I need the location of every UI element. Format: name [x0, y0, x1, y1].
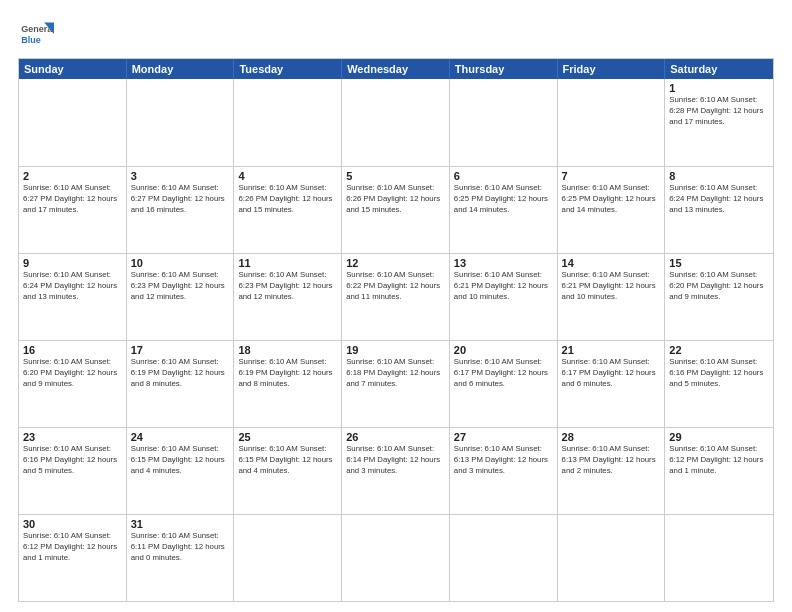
- day-number: 16: [23, 344, 122, 356]
- day-30: 30Sunrise: 6:10 AM Sunset: 6:12 PM Dayli…: [19, 515, 127, 601]
- header-day-saturday: Saturday: [665, 59, 773, 79]
- day-info: Sunrise: 6:10 AM Sunset: 6:25 PM Dayligh…: [562, 183, 661, 216]
- day-16: 16Sunrise: 6:10 AM Sunset: 6:20 PM Dayli…: [19, 341, 127, 427]
- day-number: 29: [669, 431, 769, 443]
- day-info: Sunrise: 6:10 AM Sunset: 6:28 PM Dayligh…: [669, 95, 769, 128]
- day-9: 9Sunrise: 6:10 AM Sunset: 6:24 PM Daylig…: [19, 254, 127, 340]
- day-info: Sunrise: 6:10 AM Sunset: 6:13 PM Dayligh…: [562, 444, 661, 477]
- day-number: 8: [669, 170, 769, 182]
- day-number: 12: [346, 257, 445, 269]
- day-25: 25Sunrise: 6:10 AM Sunset: 6:15 PM Dayli…: [234, 428, 342, 514]
- day-11: 11Sunrise: 6:10 AM Sunset: 6:23 PM Dayli…: [234, 254, 342, 340]
- empty-cell: [342, 79, 450, 166]
- day-2: 2Sunrise: 6:10 AM Sunset: 6:27 PM Daylig…: [19, 167, 127, 253]
- header-day-wednesday: Wednesday: [342, 59, 450, 79]
- day-info: Sunrise: 6:10 AM Sunset: 6:19 PM Dayligh…: [238, 357, 337, 390]
- day-18: 18Sunrise: 6:10 AM Sunset: 6:19 PM Dayli…: [234, 341, 342, 427]
- day-27: 27Sunrise: 6:10 AM Sunset: 6:13 PM Dayli…: [450, 428, 558, 514]
- day-17: 17Sunrise: 6:10 AM Sunset: 6:19 PM Dayli…: [127, 341, 235, 427]
- day-7: 7Sunrise: 6:10 AM Sunset: 6:25 PM Daylig…: [558, 167, 666, 253]
- day-number: 11: [238, 257, 337, 269]
- day-31: 31Sunrise: 6:10 AM Sunset: 6:11 PM Dayli…: [127, 515, 235, 601]
- day-number: 21: [562, 344, 661, 356]
- header-day-friday: Friday: [558, 59, 666, 79]
- day-8: 8Sunrise: 6:10 AM Sunset: 6:24 PM Daylig…: [665, 167, 773, 253]
- day-29: 29Sunrise: 6:10 AM Sunset: 6:12 PM Dayli…: [665, 428, 773, 514]
- empty-cell: [450, 79, 558, 166]
- day-info: Sunrise: 6:10 AM Sunset: 6:16 PM Dayligh…: [669, 357, 769, 390]
- day-info: Sunrise: 6:10 AM Sunset: 6:13 PM Dayligh…: [454, 444, 553, 477]
- day-number: 24: [131, 431, 230, 443]
- day-1: 1Sunrise: 6:10 AM Sunset: 6:28 PM Daylig…: [665, 79, 773, 166]
- day-info: Sunrise: 6:10 AM Sunset: 6:24 PM Dayligh…: [669, 183, 769, 216]
- logo-icon: General Blue: [18, 16, 54, 52]
- day-info: Sunrise: 6:10 AM Sunset: 6:20 PM Dayligh…: [669, 270, 769, 303]
- page: General Blue SundayMondayTuesdayWednesda…: [0, 0, 792, 612]
- day-number: 15: [669, 257, 769, 269]
- empty-cell: [127, 79, 235, 166]
- day-number: 26: [346, 431, 445, 443]
- day-number: 30: [23, 518, 122, 530]
- week-row-6: 30Sunrise: 6:10 AM Sunset: 6:12 PM Dayli…: [19, 514, 773, 601]
- week-row-4: 16Sunrise: 6:10 AM Sunset: 6:20 PM Dayli…: [19, 340, 773, 427]
- day-3: 3Sunrise: 6:10 AM Sunset: 6:27 PM Daylig…: [127, 167, 235, 253]
- empty-cell: [665, 515, 773, 601]
- day-number: 17: [131, 344, 230, 356]
- day-number: 27: [454, 431, 553, 443]
- day-number: 25: [238, 431, 337, 443]
- day-number: 9: [23, 257, 122, 269]
- day-12: 12Sunrise: 6:10 AM Sunset: 6:22 PM Dayli…: [342, 254, 450, 340]
- day-info: Sunrise: 6:10 AM Sunset: 6:19 PM Dayligh…: [131, 357, 230, 390]
- day-number: 20: [454, 344, 553, 356]
- day-info: Sunrise: 6:10 AM Sunset: 6:15 PM Dayligh…: [238, 444, 337, 477]
- day-number: 6: [454, 170, 553, 182]
- day-number: 2: [23, 170, 122, 182]
- calendar-body: 1Sunrise: 6:10 AM Sunset: 6:28 PM Daylig…: [19, 79, 773, 601]
- empty-cell: [558, 515, 666, 601]
- day-info: Sunrise: 6:10 AM Sunset: 6:26 PM Dayligh…: [238, 183, 337, 216]
- day-number: 3: [131, 170, 230, 182]
- day-info: Sunrise: 6:10 AM Sunset: 6:12 PM Dayligh…: [23, 531, 122, 564]
- logo: General Blue: [18, 16, 54, 52]
- day-20: 20Sunrise: 6:10 AM Sunset: 6:17 PM Dayli…: [450, 341, 558, 427]
- week-row-1: 1Sunrise: 6:10 AM Sunset: 6:28 PM Daylig…: [19, 79, 773, 166]
- empty-cell: [450, 515, 558, 601]
- header-day-monday: Monday: [127, 59, 235, 79]
- day-info: Sunrise: 6:10 AM Sunset: 6:11 PM Dayligh…: [131, 531, 230, 564]
- day-22: 22Sunrise: 6:10 AM Sunset: 6:16 PM Dayli…: [665, 341, 773, 427]
- day-info: Sunrise: 6:10 AM Sunset: 6:23 PM Dayligh…: [238, 270, 337, 303]
- day-info: Sunrise: 6:10 AM Sunset: 6:18 PM Dayligh…: [346, 357, 445, 390]
- day-info: Sunrise: 6:10 AM Sunset: 6:17 PM Dayligh…: [454, 357, 553, 390]
- week-row-3: 9Sunrise: 6:10 AM Sunset: 6:24 PM Daylig…: [19, 253, 773, 340]
- empty-cell: [342, 515, 450, 601]
- empty-cell: [19, 79, 127, 166]
- day-15: 15Sunrise: 6:10 AM Sunset: 6:20 PM Dayli…: [665, 254, 773, 340]
- header: General Blue: [18, 16, 774, 52]
- day-number: 23: [23, 431, 122, 443]
- day-number: 22: [669, 344, 769, 356]
- day-number: 13: [454, 257, 553, 269]
- day-21: 21Sunrise: 6:10 AM Sunset: 6:17 PM Dayli…: [558, 341, 666, 427]
- day-info: Sunrise: 6:10 AM Sunset: 6:23 PM Dayligh…: [131, 270, 230, 303]
- day-number: 5: [346, 170, 445, 182]
- day-26: 26Sunrise: 6:10 AM Sunset: 6:14 PM Dayli…: [342, 428, 450, 514]
- day-10: 10Sunrise: 6:10 AM Sunset: 6:23 PM Dayli…: [127, 254, 235, 340]
- calendar: SundayMondayTuesdayWednesdayThursdayFrid…: [18, 58, 774, 602]
- svg-text:Blue: Blue: [21, 35, 41, 45]
- day-number: 7: [562, 170, 661, 182]
- day-info: Sunrise: 6:10 AM Sunset: 6:27 PM Dayligh…: [23, 183, 122, 216]
- day-4: 4Sunrise: 6:10 AM Sunset: 6:26 PM Daylig…: [234, 167, 342, 253]
- day-number: 1: [669, 82, 769, 94]
- day-info: Sunrise: 6:10 AM Sunset: 6:17 PM Dayligh…: [562, 357, 661, 390]
- header-day-sunday: Sunday: [19, 59, 127, 79]
- day-number: 19: [346, 344, 445, 356]
- day-24: 24Sunrise: 6:10 AM Sunset: 6:15 PM Dayli…: [127, 428, 235, 514]
- day-number: 4: [238, 170, 337, 182]
- day-number: 10: [131, 257, 230, 269]
- day-14: 14Sunrise: 6:10 AM Sunset: 6:21 PM Dayli…: [558, 254, 666, 340]
- header-day-thursday: Thursday: [450, 59, 558, 79]
- day-5: 5Sunrise: 6:10 AM Sunset: 6:26 PM Daylig…: [342, 167, 450, 253]
- day-28: 28Sunrise: 6:10 AM Sunset: 6:13 PM Dayli…: [558, 428, 666, 514]
- day-info: Sunrise: 6:10 AM Sunset: 6:20 PM Dayligh…: [23, 357, 122, 390]
- day-number: 28: [562, 431, 661, 443]
